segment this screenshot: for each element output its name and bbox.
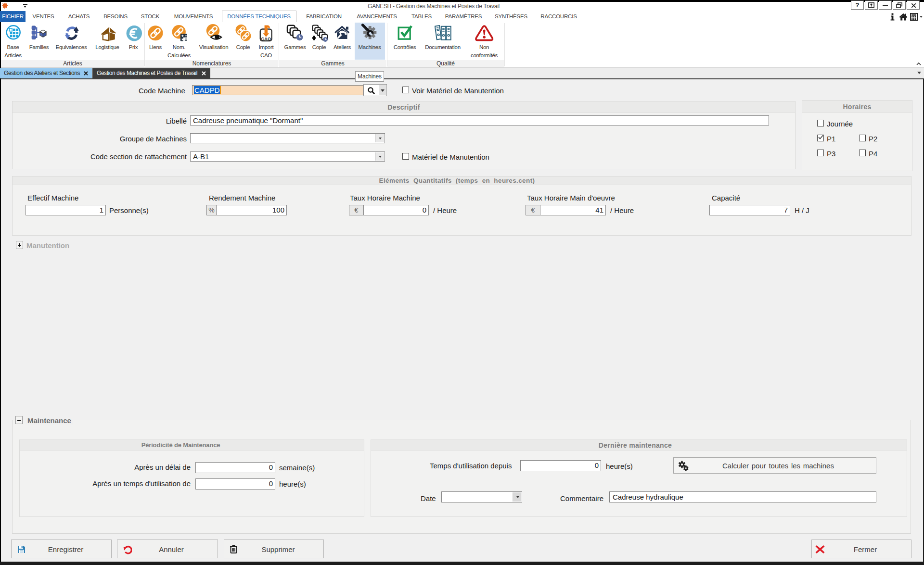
svg-text:CAO: CAO [261,37,271,41]
